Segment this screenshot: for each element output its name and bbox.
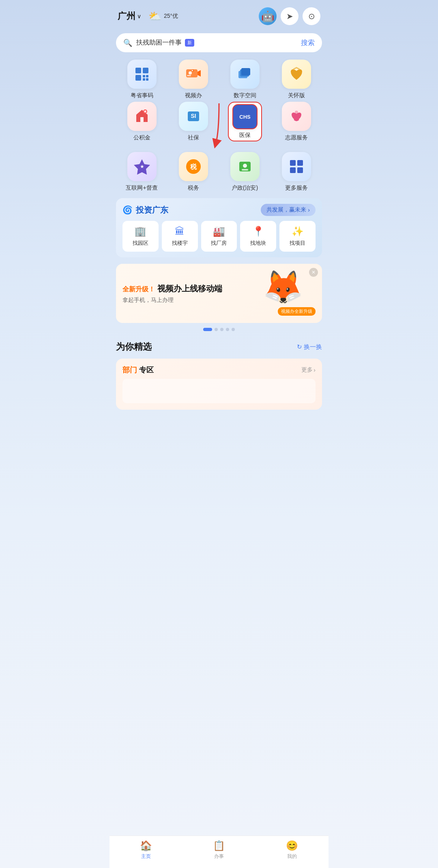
svg-point-18: [144, 111, 146, 113]
dept-content-placeholder: [122, 379, 316, 403]
invest-item-louyu[interactable]: 🏛 找楼宇: [162, 221, 198, 252]
dot-5[interactable]: [232, 328, 235, 331]
gjj-label: 公积金: [133, 134, 150, 141]
svg-text:★: ★: [140, 164, 144, 169]
nav-tasks[interactable]: 📋 办事: [182, 840, 256, 860]
home-label: 主页: [141, 853, 151, 860]
banner-highlight: 全新升级！: [122, 286, 155, 293]
invest-text: 投资广东: [136, 205, 168, 216]
weather-icon: ⛅: [148, 10, 161, 23]
refresh-button[interactable]: ↻ 换一换: [297, 343, 322, 351]
invest-slogan[interactable]: 共发展，赢未来 ›: [261, 204, 316, 216]
invest-item-xiangmu[interactable]: ✨ 找项目: [279, 221, 316, 252]
invest-item-dikuai[interactable]: 📍 找地块: [240, 221, 276, 252]
huzheng-label: 户政(治安): [232, 184, 258, 192]
location-button[interactable]: ➤: [281, 7, 298, 25]
bottom-nav: 🏠 主页 📋 办事 😊 我的: [110, 836, 328, 868]
red-arrow-svg: [195, 99, 243, 152]
service-zhiyuan[interactable]: 志愿服务: [271, 102, 322, 141]
search-icon: 🔍: [123, 38, 132, 47]
banner-subtitle: 拿起手机，马上办理: [122, 297, 251, 304]
gjj-icon: [127, 102, 157, 131]
xiangmu-icon: ✨: [292, 226, 304, 237]
services-row-1: 粤省事码 视频办: [116, 60, 322, 99]
svg-rect-10: [187, 75, 191, 76]
dot-1[interactable]: [203, 328, 212, 331]
dept-section: 部门 专区 更多 ›: [116, 359, 322, 410]
dot-2[interactable]: [215, 328, 218, 331]
banner-main-title: 视频办上线移动端: [157, 284, 222, 293]
videoban-label: 视频办: [185, 92, 202, 99]
banner-section[interactable]: ✕ 全新升级！ 视频办上线移动端 拿起手机，马上办理 🦊 视频办全新升级: [116, 264, 322, 323]
svg-rect-16: [140, 117, 144, 122]
svg-point-28: [243, 164, 247, 168]
svg-rect-1: [143, 68, 148, 73]
care-icon: [282, 60, 311, 89]
dept-more-button[interactable]: 更多 ›: [301, 366, 316, 374]
banner-text: 全新升级！ 视频办上线移动端 拿起手机，马上办理: [122, 283, 251, 304]
temperature-text: 25°优: [164, 13, 178, 20]
svg-rect-4: [146, 75, 148, 77]
huzheng-icon: [230, 152, 260, 181]
slogan-arrow: ›: [308, 207, 310, 213]
header-actions: 🤖 ➤ ⊙: [259, 7, 320, 25]
svg-rect-29: [242, 169, 248, 171]
dept-more-arrow: ›: [313, 367, 316, 373]
new-badge: 新: [185, 39, 194, 47]
header: 广州 ∨ ⛅ 25°优 🤖 ➤ ⊙: [110, 0, 328, 29]
service-care[interactable]: 关怀版: [271, 60, 322, 99]
shuiwu-icon: 税: [179, 152, 208, 181]
dot-4[interactable]: [226, 328, 229, 331]
changfang-icon: 🏭: [213, 226, 225, 237]
for-you-title: 为你精选: [116, 341, 152, 353]
dot-3[interactable]: [220, 328, 223, 331]
svg-rect-3: [143, 75, 145, 77]
tasks-label: 办事: [214, 853, 224, 860]
service-videoban[interactable]: 视频办: [167, 60, 219, 99]
search-button[interactable]: 搜索: [301, 38, 315, 47]
invest-section: 🌀 投资广东 共发展，赢未来 › 🏢 找园区 🏛 找楼宇 🏭 找厂房 📍 找地块…: [116, 198, 322, 257]
service-digital[interactable]: 数字空间: [219, 60, 271, 99]
service-shuiwu[interactable]: 税 税务: [167, 152, 219, 192]
city-selector[interactable]: 广州 ∨: [118, 10, 141, 22]
search-bar[interactable]: 🔍 扶残助困一件事 新 搜索: [116, 33, 322, 52]
more-icon: [282, 152, 311, 181]
invest-header: 🌀 投资广东 共发展，赢未来 ›: [122, 204, 316, 216]
service-yueshengshima[interactable]: 粤省事码: [116, 60, 167, 99]
more-services-label: 更多服务: [285, 184, 308, 192]
yuanqu-icon: 🏢: [134, 226, 146, 237]
svg-rect-2: [135, 75, 141, 81]
banner-image: 🦊 视频办全新升级: [251, 271, 316, 316]
dept-title-black: 专区: [139, 366, 154, 374]
svg-rect-32: [290, 167, 296, 173]
bot-avatar[interactable]: 🤖: [259, 7, 277, 25]
city-name: 广州: [118, 10, 135, 22]
refresh-icon: ↻: [297, 343, 302, 351]
invest-item-yuanqu[interactable]: 🏢 找园区: [122, 221, 159, 252]
dikuai-icon: 📍: [252, 226, 264, 237]
dikuai-label: 找地块: [250, 239, 266, 247]
scan-button[interactable]: ⊙: [303, 7, 320, 25]
search-input-display[interactable]: 扶残助困一件事 新: [136, 38, 297, 47]
home-icon: 🏠: [140, 840, 152, 851]
service-more[interactable]: 更多服务: [271, 152, 322, 192]
service-huzheng[interactable]: 户政(治安): [219, 152, 271, 192]
carousel-dots: [110, 328, 328, 331]
svg-rect-5: [143, 78, 145, 81]
nav-mine[interactable]: 😊 我的: [256, 840, 328, 860]
refresh-label: 换一换: [304, 343, 322, 351]
care-label: 关怀版: [288, 92, 305, 99]
service-jiandu[interactable]: ★ 互联网+督查: [116, 152, 167, 192]
jiandu-label: 互联网+督查: [126, 184, 157, 192]
nav-home[interactable]: 🏠 主页: [110, 840, 182, 860]
svg-text:税: 税: [190, 163, 197, 170]
yuanqu-label: 找园区: [133, 239, 148, 247]
invest-item-changfang[interactable]: 🏭 找厂房: [201, 221, 237, 252]
digital-icon: [230, 60, 260, 89]
zhiyuan-icon: [282, 102, 311, 131]
yueshengshima-label: 粤省事码: [131, 92, 153, 99]
svg-rect-30: [290, 160, 296, 166]
svg-marker-8: [198, 70, 201, 77]
service-gjj[interactable]: 公积金: [116, 102, 167, 141]
svg-rect-31: [297, 160, 303, 166]
